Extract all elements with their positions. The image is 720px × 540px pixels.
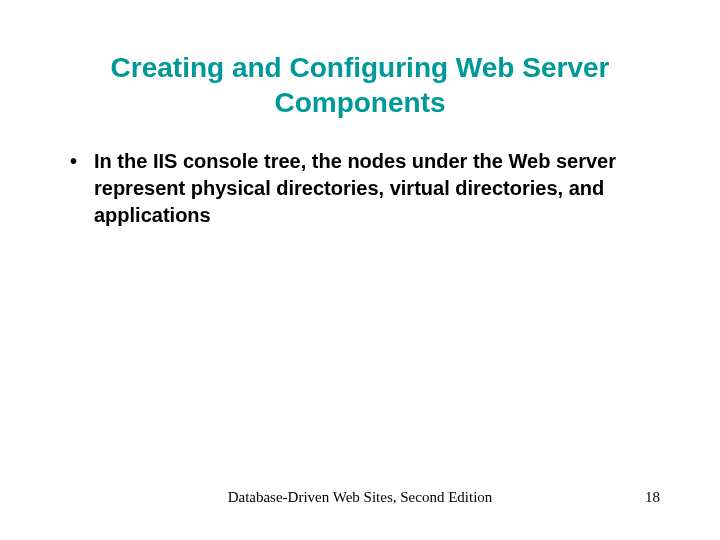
footer-text: Database-Driven Web Sites, Second Editio… (60, 489, 660, 506)
page-number: 18 (645, 489, 660, 506)
slide-title: Creating and Configuring Web Server Comp… (0, 0, 720, 120)
bullet-item: In the IIS console tree, the nodes under… (60, 148, 660, 229)
slide: Creating and Configuring Web Server Comp… (0, 0, 720, 540)
slide-body: In the IIS console tree, the nodes under… (0, 120, 720, 229)
slide-footer: Database-Driven Web Sites, Second Editio… (0, 489, 720, 506)
bullet-list: In the IIS console tree, the nodes under… (60, 148, 660, 229)
